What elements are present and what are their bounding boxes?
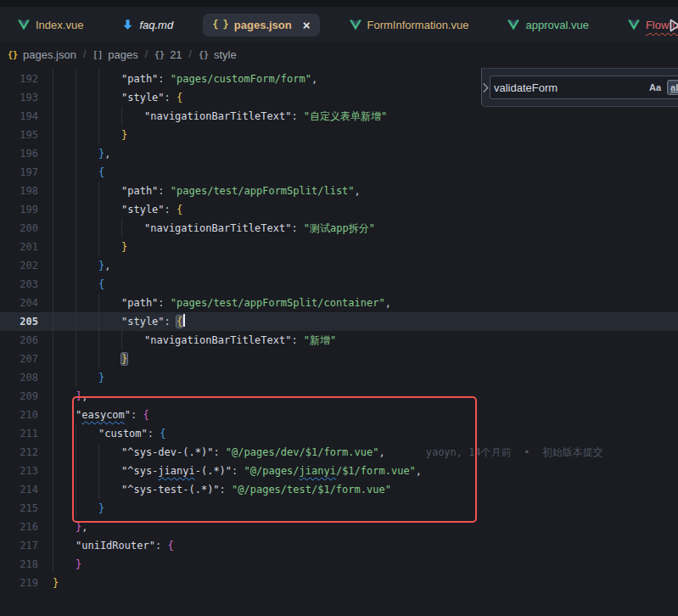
run-icon[interactable]	[667, 18, 678, 33]
tab-forminformation-vue[interactable]: FormInformation.vue	[340, 14, 479, 36]
code-line[interactable]: 194"navigationBarTitleText": "自定义表单新增"	[0, 107, 678, 126]
line-number: 194	[0, 107, 53, 126]
indent-guides	[53, 238, 121, 256]
line-number: 215	[0, 499, 53, 518]
code-token: "@/pages/test/$1/form.vue"	[232, 484, 391, 496]
markdown-arrow-icon	[122, 19, 133, 31]
code-text: }	[53, 238, 127, 256]
code-line[interactable]: 204"path": "pages/test/appFormSplit/cont…	[0, 294, 678, 312]
code-line[interactable]: 208}	[0, 368, 678, 387]
toggle-replace-chevron-icon[interactable]	[482, 69, 490, 106]
indent-guides	[53, 424, 98, 443]
breadcrumb-label: style	[214, 48, 237, 61]
code-token: {	[177, 316, 182, 328]
close-tab-icon[interactable]: ×	[303, 19, 311, 31]
vue-icon	[350, 20, 361, 31]
code-area[interactable]: 192"path": "pages/customForm/form",193"s…	[0, 66, 678, 616]
code-line[interactable]: 216},	[0, 518, 678, 536]
find-input[interactable]	[494, 81, 643, 94]
indent-guides	[53, 518, 76, 536]
code-text: "custom": {	[53, 424, 165, 443]
code-text: },	[53, 144, 110, 163]
code-text: {	[53, 163, 104, 182]
line-number: 195	[0, 126, 53, 144]
code-line[interactable]: 215}	[0, 499, 678, 518]
indent-guides	[53, 387, 76, 406]
code-line[interactable]: 201}	[0, 238, 678, 256]
code-token: :	[131, 409, 143, 421]
tab-approval-vue[interactable]: approval.vue	[498, 14, 597, 36]
breadcrumb-item-style[interactable]: {} style	[199, 48, 237, 61]
line-number: 211	[0, 424, 53, 443]
code-line[interactable]: 211"custom": {	[0, 424, 678, 443]
line-number: 212	[0, 443, 53, 462]
code-line[interactable]: 213"^sys-jianyi-(.*)": "@/pages/jianyi/$…	[0, 462, 678, 480]
line-number: 208	[0, 368, 53, 387]
indent-guides	[53, 406, 76, 424]
line-number: 217	[0, 536, 53, 555]
code-token: "style"	[121, 204, 165, 216]
indent-guides	[53, 443, 121, 462]
tab-index-vue[interactable]: Index.vue	[8, 14, 92, 36]
code-token: {	[143, 409, 149, 421]
code-text: }	[53, 574, 59, 592]
code-token: }	[98, 372, 104, 384]
code-line[interactable]: 202},	[0, 256, 678, 275]
code-text: "^sys-jianyi-(.*)": "@/pages/jianyi/$1/f…	[53, 462, 422, 480]
code-line[interactable]: 200"navigationBarTitleText": "测试app拆分"	[0, 219, 678, 238]
code-token: {	[98, 278, 104, 290]
code-text: ],	[53, 387, 87, 406]
code-line[interactable]: 195}	[0, 126, 678, 144]
line-number: 192	[0, 70, 53, 88]
code-text: }	[53, 555, 81, 574]
code-token: "path"	[121, 297, 158, 309]
code-line[interactable]: 214"^sys-test-(.*)": "@/pages/test/$1/fo…	[0, 480, 678, 499]
code-text: "navigationBarTitleText": "测试app拆分"	[53, 219, 375, 238]
code-line[interactable]: 199"style": {	[0, 200, 678, 219]
match-case-button[interactable]: Aa	[646, 80, 664, 95]
code-token: }	[53, 577, 59, 589]
code-token: :	[158, 73, 170, 85]
code-line[interactable]: 212"^sys-dev-(.*)": "@/pages/dev/$1/form…	[0, 443, 678, 462]
code-token: "uniIdRouter"	[76, 540, 155, 552]
tab-pages-json[interactable]: { } pages.json ×	[203, 14, 319, 36]
code-token: :	[220, 484, 232, 496]
line-number: 209	[0, 387, 53, 406]
code-line[interactable]: 206"navigationBarTitleText": "新增"	[0, 331, 678, 350]
code-line[interactable]: 210"easycom": {	[0, 406, 678, 424]
code-token: "pages/test/appFormSplit/list"	[171, 185, 355, 197]
breadcrumb-item-21[interactable]: {} 21	[154, 48, 182, 61]
code-line[interactable]: 205"style": {	[0, 312, 678, 331]
code-token: "style"	[121, 92, 165, 104]
breadcrumb-item-pages[interactable]: [] pages	[92, 48, 137, 61]
code-line[interactable]: 207}	[0, 350, 678, 368]
code-line[interactable]: 197{	[0, 163, 678, 182]
whole-word-button[interactable]: ab	[667, 80, 678, 95]
code-token: ,	[385, 297, 391, 309]
tab-faq-md[interactable]: faq.md	[113, 14, 182, 36]
code-line[interactable]: 218}	[0, 555, 678, 574]
text-cursor	[183, 314, 185, 327]
code-text: "path": "pages/test/appFormSplit/list",	[53, 182, 361, 200]
line-number: 214	[0, 480, 53, 499]
breadcrumb-item-file[interactable]: {} pages.json	[8, 48, 76, 61]
code-line[interactable]: 219}	[0, 574, 678, 592]
code-text: "^sys-test-(.*)": "@/pages/test/$1/form.…	[53, 480, 391, 499]
tab-label: FormInformation.vue	[367, 19, 469, 31]
code-line[interactable]: 217"uniIdRouter": {	[0, 536, 678, 555]
code-token: "自定义表单新增"	[304, 110, 387, 122]
indent-guides	[53, 88, 121, 107]
line-number: 202	[0, 256, 53, 275]
indent-guides	[53, 107, 144, 126]
code-line[interactable]: 196},	[0, 144, 678, 163]
code-token: :	[213, 446, 225, 458]
code-token: {	[177, 204, 182, 216]
code-token: ,	[81, 521, 87, 533]
code-token: :	[291, 110, 303, 122]
indent-guides	[53, 256, 98, 275]
object-icon: {}	[199, 50, 209, 59]
code-line[interactable]: 203{	[0, 275, 678, 294]
line-number: 218	[0, 555, 53, 574]
code-line[interactable]: 209],	[0, 387, 678, 406]
code-line[interactable]: 198"path": "pages/test/appFormSplit/list…	[0, 182, 678, 200]
